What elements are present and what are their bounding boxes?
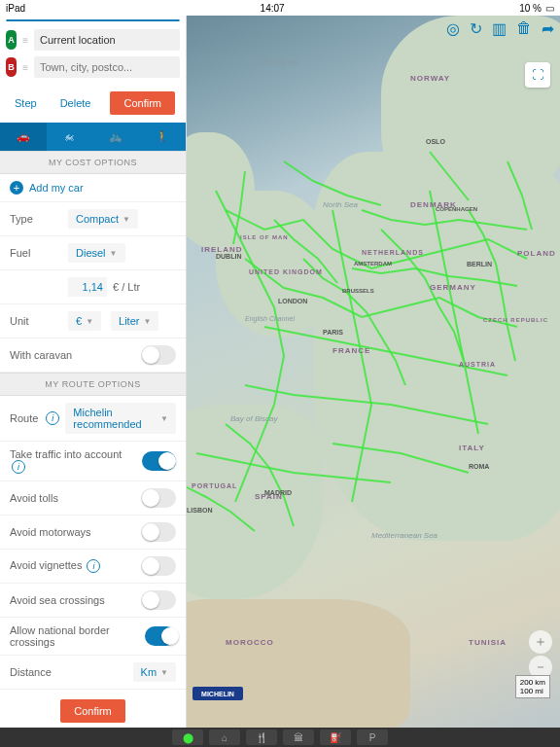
pin-b-icon: B (6, 57, 17, 77)
plus-icon: + (10, 181, 23, 195)
caravan-toggle[interactable] (141, 345, 176, 365)
zoom-in-button[interactable]: ＋ (529, 630, 552, 654)
road-network (187, 16, 560, 728)
bottom-toolbar: ⬤ ⌂ 🍴 🏛 ⛽ P (0, 728, 560, 747)
zoom-controls: ＋ － (529, 630, 552, 679)
border-label: Allow national border crossings (10, 624, 139, 648)
tolls-label: Avoid tolls (10, 492, 58, 504)
cost-section-header: MY COST OPTIONS (0, 151, 186, 174)
tolls-toggle[interactable] (141, 488, 176, 508)
volume-select[interactable]: Liter▼ (111, 311, 158, 331)
drag-icon[interactable]: ≡ (22, 35, 28, 46)
route-label: Route (10, 412, 38, 424)
motorways-label: Avoid motorways (10, 526, 91, 538)
vehicle-bicycle[interactable]: 🚲 (93, 123, 140, 151)
unit-label: Unit (10, 315, 62, 327)
add-car-label: Add my car (29, 182, 84, 194)
type-label: Type (10, 213, 62, 225)
map-toolbar: ◎ ↻ ▥ 🗑 ➦ (446, 19, 554, 38)
drag-icon[interactable]: ≡ (22, 62, 28, 73)
route-section-header: MY ROUTE OPTIONS (0, 373, 186, 396)
origin-input[interactable] (34, 29, 180, 51)
vehicle-walk[interactable]: 🚶 (139, 123, 186, 151)
motorcycle-icon: 🏍 (64, 130, 75, 142)
info-icon[interactable]: i (12, 460, 25, 474)
fuel-label: Fuel (10, 247, 62, 259)
vignettes-label: Avoid vignettes (10, 559, 82, 571)
poi-traffic-button[interactable]: ⬤ (172, 729, 203, 745)
tab-map[interactable]: Map (93, 20, 180, 21)
price-unit: € / Ltr (113, 281, 140, 293)
clock: 14:07 (261, 3, 285, 14)
mode-tabs: Route Map (6, 19, 180, 21)
trash-icon[interactable]: 🗑 (516, 19, 532, 38)
vignettes-toggle[interactable] (141, 556, 176, 576)
delete-button[interactable]: Delete (56, 91, 95, 115)
chevron-down-icon: ▼ (86, 317, 93, 326)
poi-fuel-button[interactable]: ⛽ (320, 729, 351, 745)
route-type-select[interactable]: Michelin recommended▼ (65, 403, 176, 434)
chevron-down-icon: ▼ (110, 249, 118, 258)
motorways-toggle[interactable] (141, 522, 176, 542)
add-car-button[interactable]: + Add my car (0, 174, 186, 202)
status-bar: iPad 14:07 10 % ▭ (0, 0, 560, 16)
vehicle-tabs: 🚗 🏍 🚲 🚶 (0, 123, 186, 151)
currency-select[interactable]: €▼ (68, 311, 101, 331)
chevron-down-icon: ▼ (143, 317, 151, 326)
step-button[interactable]: Step (11, 91, 41, 115)
traffic-toggle[interactable] (142, 451, 176, 471)
michelin-logo: MICHELIN (192, 687, 243, 700)
chevron-down-icon: ▼ (122, 215, 130, 224)
border-toggle[interactable] (145, 626, 176, 646)
waypoint-b: B ≡ (6, 56, 180, 78)
chevron-down-icon: ▼ (160, 668, 168, 677)
poi-parking-button[interactable]: P (357, 729, 388, 745)
fullscreen-button[interactable]: ⛶ (525, 62, 550, 88)
vehicle-car[interactable]: 🚗 (0, 123, 47, 151)
pin-a-icon: A (6, 30, 17, 50)
vehicle-motorcycle[interactable]: 🏍 (47, 123, 93, 151)
info-icon[interactable]: i (46, 411, 59, 425)
tab-route[interactable]: Route (7, 20, 93, 21)
chevron-down-icon: ▼ (160, 414, 168, 423)
destination-input[interactable] (34, 56, 180, 78)
layers-icon[interactable]: ▥ (492, 19, 507, 38)
poi-hotel-button[interactable]: ⌂ (209, 729, 240, 745)
type-select[interactable]: Compact▼ (68, 209, 138, 229)
battery-pct: 10 % (519, 3, 542, 14)
walk-icon: 🚶 (156, 130, 169, 142)
history-icon[interactable]: ↻ (470, 19, 482, 38)
sea-toggle[interactable] (141, 590, 176, 610)
waypoint-a: A ≡ (6, 29, 180, 51)
share-icon[interactable]: ➦ (542, 19, 554, 38)
confirm-button[interactable]: Confirm (110, 91, 175, 115)
price-input[interactable] (68, 277, 107, 297)
device-label: iPad (6, 3, 25, 14)
poi-sights-button[interactable]: 🏛 (283, 729, 314, 745)
confirm-route-button[interactable]: Confirm (60, 699, 125, 723)
map-canvas[interactable]: ◎ ↻ ▥ 🗑 ➦ ⛶ NORWAY DENMARK IRELAND (187, 16, 560, 728)
fuel-select[interactable]: Diesel▼ (68, 243, 125, 263)
car-icon: 🚗 (17, 130, 30, 142)
poi-restaurant-button[interactable]: 🍴 (246, 729, 277, 745)
traffic-label: Take traffic into account (10, 448, 122, 460)
battery-icon: ▭ (545, 3, 554, 14)
locate-icon[interactable]: ◎ (446, 19, 460, 38)
bicycle-icon: 🚲 (109, 130, 122, 142)
map-scale: 200 km 100 mi (515, 675, 550, 698)
sidebar: Route Map A ≡ B ≡ Step Delete Confirm 🚗 … (0, 16, 187, 728)
distance-label: Distance (10, 666, 62, 678)
info-icon[interactable]: i (87, 559, 100, 573)
distance-unit-select[interactable]: Km▼ (133, 662, 176, 682)
caravan-label: With caravan (10, 349, 72, 361)
sea-label: Avoid sea crossings (10, 594, 105, 606)
